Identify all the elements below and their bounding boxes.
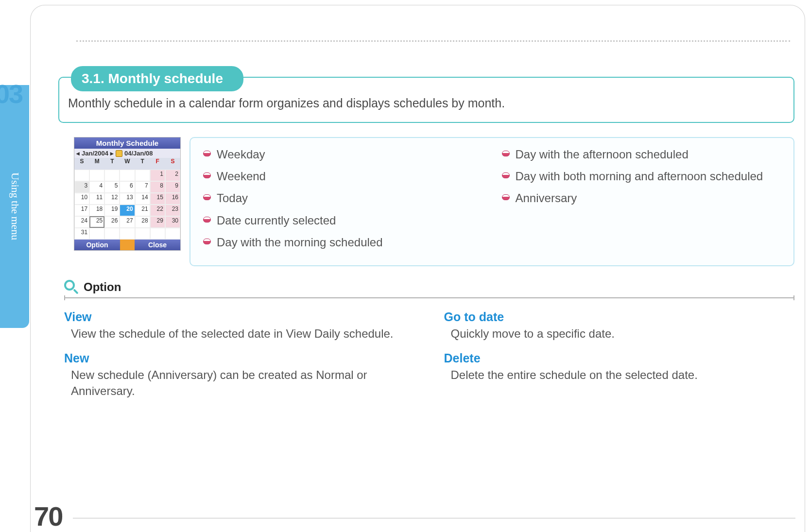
cal-cell: 16 [165,193,180,205]
legend-box: Weekday Weekend Today Date currently sel… [190,137,794,266]
phone-screenshot: Monthly Schedule ◂ Jan/2004 ▸ 04/Jan/08 … [74,137,181,251]
legend-item: Day with the afternoon scheduled [502,147,781,162]
bullet-icon [203,172,211,178]
cal-cell: 29 [150,216,165,228]
option-item-body: Delete the entire schedule on the select… [444,367,795,383]
option-item-title: New [64,351,415,365]
bullet-icon [502,194,510,200]
cal-cell [89,228,104,240]
option-item-title: Delete [444,351,795,365]
bullet-icon [502,151,510,156]
cal-cell: 6 [120,181,135,193]
legend-label: Date currently selected [217,213,336,228]
phone-month-label: Jan/2004 [82,150,108,157]
cal-cell [150,228,165,240]
cal-cell: 5 [104,181,120,193]
phone-title-bar: Monthly Schedule [74,137,180,149]
bullet-icon [203,151,211,156]
cal-cell [135,170,150,181]
softkey-middle-icon [120,240,135,250]
weekday-head: S [165,158,180,170]
phone-date-row: ◂ Jan/2004 ▸ 04/Jan/08 [74,149,180,158]
option-item-title: Go to date [444,310,795,324]
legend-item: Today [203,190,483,206]
triangle-left-icon: ◂ [76,150,80,157]
cal-cell [165,228,180,240]
weekday-head: T [135,158,150,170]
legend-col-right: Day with the afternoon scheduled Day wit… [502,147,781,257]
triangle-right-icon: ▸ [110,150,114,157]
cal-cell: 9 [165,181,180,193]
weekday-head: W [120,158,135,170]
cal-cell: 3 [74,181,89,193]
weekday-head: T [104,158,120,170]
cal-cell: 27 [120,216,135,228]
calendar-icon [116,150,122,157]
cal-cell [89,170,104,181]
cal-cell: 23 [165,205,180,216]
legend-label: Weekday [217,147,265,162]
legend-col-left: Weekday Weekend Today Date currently sel… [203,147,483,257]
option-header: Option [64,280,794,298]
option-item: Delete Delete the entire schedule on the… [444,351,795,383]
cal-cell-today: 25 [89,216,104,228]
phone-calendar-grid: S M T W T F S 1 2 3 4 5 6 7 8 9 10 11 12… [74,158,180,240]
phone-date-label: 04/Jan/08 [124,150,153,157]
legend-label: Day with the afternoon scheduled [516,147,689,162]
cal-cell [120,170,135,181]
cal-cell: 19 [104,205,120,216]
cal-cell: 12 [104,193,120,205]
cal-cell [104,228,120,240]
cal-cell [120,228,135,240]
legend-item: Date currently selected [203,213,483,228]
cal-cell-selected: 20 [120,205,135,216]
chapter-number: 03 [0,79,22,109]
legend-label: Anniversary [516,190,577,206]
bullet-icon [203,217,211,223]
cal-cell: 22 [150,205,165,216]
cal-cell: 13 [120,193,135,205]
legend-item: Day with the morning scheduled [203,235,483,250]
option-col-left: View View the schedule of the selected d… [64,310,415,409]
option-item: New New schedule (Anniversary) can be cr… [64,351,415,399]
cal-cell: 1 [150,170,165,181]
legend-item: Weekend [203,169,483,184]
option-title: Option [84,280,121,294]
option-item: Go to date Quickly move to a specific da… [444,310,795,342]
cal-cell [104,170,120,181]
cal-cell: 11 [89,193,104,205]
cal-cell: 17 [74,205,89,216]
weekday-head: F [150,158,165,170]
cal-cell: 15 [150,193,165,205]
section-box: 3.1. Monthly schedule Monthly schedule i… [58,77,794,123]
option-columns: View View the schedule of the selected d… [64,310,794,409]
cal-cell: 21 [135,205,150,216]
cal-cell: 28 [135,216,150,228]
legend-label: Day with both morning and afternoon sche… [516,169,763,184]
cal-cell: 18 [89,205,104,216]
legend-label: Day with the morning scheduled [217,235,383,250]
footer-rule [73,518,795,518]
bullet-icon [203,239,211,244]
legend-label: Weekend [217,169,266,184]
section-heading-pill: 3.1. Monthly schedule [71,66,243,91]
weekday-head: M [89,158,104,170]
legend-item: Day with both morning and afternoon sche… [502,169,781,184]
softkey-right: Close [135,240,180,250]
magnifier-icon [64,280,79,294]
bullet-icon [502,172,510,178]
option-section: Option View View the schedule of the sel… [64,280,794,409]
section-description: Monthly schedule in a calendar form orga… [68,96,785,110]
cal-cell: 14 [135,193,150,205]
cal-cell: 30 [165,216,180,228]
option-item-title: View [64,310,415,324]
option-item-body: View the schedule of the selected date i… [64,326,415,342]
cal-cell: 31 [74,228,89,240]
cal-cell: 24 [74,216,89,228]
cal-cell [74,170,89,181]
cal-cell: 10 [74,193,89,205]
softkey-left: Option [74,240,120,250]
cal-cell: 7 [135,181,150,193]
cal-cell [135,228,150,240]
cal-cell: 8 [150,181,165,193]
